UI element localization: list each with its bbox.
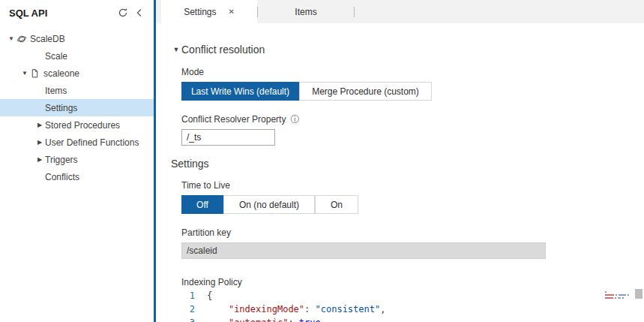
caret-right-icon[interactable]: ▶: [34, 122, 45, 128]
editor-scrollbar[interactable]: [635, 289, 643, 322]
code-token: [207, 302, 229, 316]
minimap-mark: [616, 294, 617, 296]
resource-tree: ▼ScaleDBScale▼scaleoneItemsSettings▶Stor…: [0, 24, 154, 185]
main-panel: Settings✕Items ▼ Conflict resolution Mod…: [156, 0, 644, 322]
minimap-mark: [619, 294, 626, 296]
info-icon: ⓘ: [290, 115, 299, 124]
settings-pane: ▼ Conflict resolution Mode Last Write Wi…: [156, 23, 644, 322]
caret-down-icon[interactable]: ▼: [6, 36, 16, 42]
code-token: :: [288, 316, 298, 322]
caret-down-icon[interactable]: ▼: [19, 71, 30, 77]
tab-bar: Settings✕Items: [156, 0, 644, 23]
time-to-live-toggle-group: OffOn (no default)On: [181, 195, 644, 214]
tree-item-label: scaleone: [43, 68, 79, 79]
line-number: 2: [181, 302, 207, 316]
tab-label: Items: [295, 7, 316, 17]
code-token: ,: [321, 316, 326, 322]
tab-items[interactable]: Items: [258, 0, 354, 23]
code-token: "automatic": [229, 316, 288, 322]
scrollbar-thumb[interactable]: [635, 289, 643, 299]
sidebar-header: SQL API: [0, 0, 154, 24]
line-number: 1: [181, 289, 207, 302]
caret-right-icon[interactable]: ▶: [34, 140, 45, 146]
minimap-mark: [628, 294, 629, 296]
app-root: SQL API ▼ScaleDBScale▼scaleoneItemsSetti…: [0, 0, 644, 322]
partition-key-label: Partition key: [181, 227, 644, 238]
minimap-mark: [605, 294, 614, 296]
tree-item-settings[interactable]: Settings: [0, 99, 154, 116]
document-icon: [30, 68, 43, 79]
minimap[interactable]: [605, 291, 629, 300]
code-token: true: [299, 316, 321, 322]
mode-option-merge-procedure-custom[interactable]: Merge Procedure (custom): [299, 82, 432, 101]
tab-settings[interactable]: Settings✕: [161, 0, 257, 23]
tree-item-scaleone[interactable]: ▼scaleone: [0, 65, 154, 82]
tree-item-scaledb[interactable]: ▼ScaleDB: [0, 30, 154, 47]
conflict-resolver-input[interactable]: [181, 129, 275, 146]
code-token: ,: [380, 302, 385, 316]
tree-item-items[interactable]: Items: [0, 82, 154, 99]
tree-item-label: Settings: [45, 103, 77, 113]
code-line: 2 "indexingMode": "consistent",: [181, 302, 599, 316]
conflict-resolver-label: Conflict Resolver Property ⓘ: [181, 114, 644, 125]
tab-divider: [354, 7, 355, 17]
time-to-live-label: Time to Live: [181, 180, 644, 191]
refresh-icon[interactable]: [115, 6, 131, 20]
tree-item-triggers[interactable]: ▶Triggers: [0, 151, 154, 168]
mode-toggle-group: Last Write Wins (default)Merge Procedure…: [181, 82, 644, 101]
minimap-mark: [618, 297, 621, 299]
tree-item-label: Items: [45, 86, 67, 96]
code-token: [207, 316, 229, 322]
mode-label: Mode: [181, 67, 644, 77]
minimap-mark: [605, 291, 607, 293]
indexing-policy-label: Indexing Policy: [181, 277, 644, 287]
mode-option-last-write-wins-default[interactable]: Last Write Wins (default): [181, 82, 299, 101]
code-area[interactable]: 1{2 "indexingMode": "consistent",3 "auto…: [181, 289, 599, 322]
tree-item-label: Conflicts: [45, 172, 79, 182]
close-tab-icon[interactable]: ✕: [228, 8, 234, 16]
tree-item-scale[interactable]: Scale: [0, 47, 154, 65]
sidebar-title: SQL API: [9, 8, 115, 19]
ttl-option-on-no-default[interactable]: On (no default): [223, 195, 315, 214]
line-number: 3: [181, 316, 207, 322]
ttl-option-on[interactable]: On: [315, 195, 358, 214]
collapse-sidebar-icon[interactable]: [131, 6, 148, 20]
indexing-policy-editor[interactable]: 1{2 "indexingMode": "consistent",3 "auto…: [181, 289, 644, 322]
tree-item-conflicts[interactable]: Conflicts: [0, 168, 154, 185]
collapse-caret-icon: ▼: [171, 47, 181, 53]
conflict-resolution-title: Conflict resolution: [181, 44, 265, 56]
tree-item-user-defined-functions[interactable]: ▶User Defined Functions: [0, 134, 154, 151]
tree-item-label: User Defined Functions: [45, 137, 139, 148]
tree-item-stored-procedures[interactable]: ▶Stored Procedures: [0, 116, 154, 134]
code-token: "consistent": [316, 302, 381, 316]
code-token: :: [304, 302, 315, 316]
code-line: 3 "automatic": true,: [181, 316, 599, 322]
tree-item-label: ScaleDB: [30, 34, 65, 44]
tab-label: Settings: [184, 7, 216, 17]
code-line: 1{: [181, 289, 599, 302]
conflict-resolution-form: Mode Last Write Wins (default)Merge Proc…: [181, 67, 644, 146]
minimap-mark: [605, 297, 613, 299]
minimap-mark: [622, 297, 624, 299]
globe-icon: [16, 34, 30, 44]
ttl-option-off[interactable]: Off: [181, 195, 223, 214]
code-token: {: [207, 289, 212, 302]
settings-section-title: Settings: [171, 158, 644, 170]
sidebar: SQL API ▼ScaleDBScale▼scaleoneItemsSetti…: [0, 0, 154, 322]
tree-item-label: Scale: [45, 51, 67, 62]
conflict-resolution-section-header[interactable]: ▼ Conflict resolution: [171, 43, 644, 56]
partition-key-input: [181, 242, 546, 259]
tree-item-label: Triggers: [45, 155, 78, 165]
tree-item-label: Stored Procedures: [45, 120, 120, 131]
minimap-mark: [615, 297, 616, 299]
settings-form: Time to Live OffOn (no default)On Partit…: [181, 180, 644, 322]
code-token: "indexingMode": [229, 302, 304, 316]
caret-right-icon[interactable]: ▶: [34, 157, 45, 163]
